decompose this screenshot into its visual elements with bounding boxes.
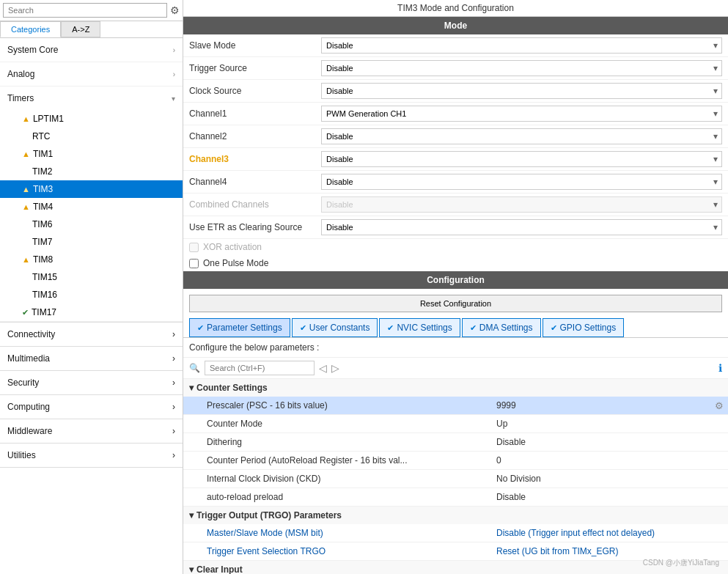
tab-parameter-settings[interactable]: ✔ Parameter Settings bbox=[189, 318, 290, 337]
param-row-prescaler[interactable]: Prescaler (PSC - 16 bits value) 9999 ⚙ bbox=[183, 397, 728, 415]
tab-nvic-settings[interactable]: ✔ NVIC Settings bbox=[379, 318, 460, 337]
info-icon[interactable]: ℹ bbox=[718, 362, 722, 374]
param-name-counter-period: Counter Period (AutoReload Register - 16… bbox=[183, 452, 490, 469]
tab-user-label: User Constants bbox=[309, 323, 370, 333]
use-etr-select-wrapper: Disable bbox=[321, 219, 722, 235]
group-counter-settings[interactable]: ▾ Counter Settings bbox=[183, 379, 728, 397]
sidebar-item-analog[interactable]: Analog › bbox=[0, 62, 183, 87]
slave-mode-label: Slave Mode bbox=[189, 40, 321, 51]
tab-categories[interactable]: Categories bbox=[0, 21, 61, 37]
param-name-clock-division: Internal Clock Division (CKD) bbox=[183, 470, 490, 487]
param-row-dithering[interactable]: Dithering Disable bbox=[183, 433, 728, 452]
combined-channels-select[interactable]: Disable bbox=[321, 196, 722, 213]
sidebar-item-connectivity[interactable]: Connectivity › bbox=[0, 322, 183, 347]
middleware-label: Middleware bbox=[7, 426, 52, 436]
timers-header[interactable]: Timers ▾ bbox=[0, 87, 183, 110]
collapse-icon-clear: ▾ bbox=[189, 564, 194, 574]
timer-item-tim17[interactable]: ✔ TIM17 bbox=[0, 303, 183, 321]
trigger-source-select-wrapper: Disable bbox=[321, 60, 722, 76]
search-input[interactable] bbox=[3, 3, 167, 18]
param-row-counter-period[interactable]: Counter Period (AutoReload Register - 16… bbox=[183, 452, 728, 470]
mode-row-slave: Slave Mode Disable bbox=[183, 34, 728, 57]
param-value-prescaler: 9999 bbox=[490, 397, 710, 414]
check-icon-gpio: ✔ bbox=[551, 323, 557, 333]
sidebar-item-middleware[interactable]: Middleware › bbox=[0, 419, 183, 444]
search-icon: 🔍 bbox=[189, 363, 200, 373]
clock-source-select[interactable]: Disable bbox=[321, 83, 722, 99]
main-content: TIM3 Mode and Configuration Mode Slave M… bbox=[183, 0, 728, 574]
sidebar-item-system-core[interactable]: System Core › bbox=[0, 38, 183, 62]
tab-gpio-settings[interactable]: ✔ GPIO Settings bbox=[543, 318, 625, 337]
channel3-select[interactable]: Disable bbox=[321, 151, 722, 167]
security-label: Security bbox=[7, 378, 39, 388]
warn-icon-tim3: ▲ bbox=[22, 185, 30, 194]
timer-item-rtc[interactable]: RTC bbox=[0, 128, 183, 145]
trigger-source-select[interactable]: Disable bbox=[321, 60, 722, 76]
analog-chevron: › bbox=[173, 70, 175, 78]
timer-item-tim8[interactable]: ▲ TIM8 bbox=[0, 251, 183, 268]
tab-dma-settings[interactable]: ✔ DMA Settings bbox=[462, 318, 541, 337]
sidebar-item-multimedia[interactable]: Multimedia › bbox=[0, 347, 183, 371]
param-row-autoreload[interactable]: auto-reload preload Disable bbox=[183, 488, 728, 507]
timer-item-tim4[interactable]: ▲ TIM4 bbox=[0, 198, 183, 216]
ok-icon-tim17: ✔ bbox=[22, 308, 29, 317]
timer-label-tim17: TIM17 bbox=[32, 307, 56, 317]
timer-label-tim8: TIM8 bbox=[33, 254, 53, 265]
param-search-input[interactable] bbox=[205, 361, 315, 375]
timer-item-tim2[interactable]: TIM2 bbox=[0, 163, 183, 180]
search-filter-row: 🔍 ◁ ▷ ℹ bbox=[183, 358, 728, 379]
check-icon-nvic: ✔ bbox=[387, 323, 394, 333]
xor-label: XOR activation bbox=[203, 242, 262, 252]
clock-source-label: Clock Source bbox=[189, 86, 321, 96]
use-etr-select[interactable]: Disable bbox=[321, 219, 722, 235]
tab-atoz[interactable]: A->Z bbox=[61, 21, 100, 37]
timer-item-tim7[interactable]: TIM7 bbox=[0, 233, 183, 251]
slave-mode-select[interactable]: Disable bbox=[321, 37, 722, 54]
param-row-counter-mode[interactable]: Counter Mode Up bbox=[183, 415, 728, 433]
filter-prev-button[interactable]: ◁ bbox=[319, 362, 327, 374]
param-value-clock-division: No Division bbox=[490, 470, 710, 487]
gear-button[interactable]: ⚙ bbox=[170, 4, 180, 16]
sidebar-item-utilities[interactable]: Utilities › bbox=[0, 444, 183, 468]
timer-item-tim3[interactable]: ▲ TIM3 bbox=[0, 180, 183, 198]
reset-config-button[interactable]: Reset Configuration bbox=[189, 295, 722, 312]
channel4-select[interactable]: Disable bbox=[321, 174, 722, 190]
xor-checkbox[interactable] bbox=[189, 243, 199, 252]
mode-row-combined: Combined Channels Disable bbox=[183, 194, 728, 216]
timer-item-lptim1[interactable]: ▲ LPTIM1 bbox=[0, 110, 183, 128]
channel3-select-wrapper: Disable bbox=[321, 151, 722, 167]
group-trgo[interactable]: ▾ Trigger Output (TRGO) Parameters bbox=[183, 507, 728, 524]
warn-icon-tim1: ▲ bbox=[22, 150, 30, 158]
param-name-counter-mode: Counter Mode bbox=[183, 415, 490, 433]
check-icon-param: ✔ bbox=[197, 323, 204, 333]
mode-row-clock: Clock Source Disable bbox=[183, 80, 728, 103]
system-core-label: System Core bbox=[7, 45, 58, 55]
param-name-dithering: Dithering bbox=[183, 433, 490, 451]
timer-item-tim15[interactable]: TIM15 bbox=[0, 268, 183, 286]
clock-source-select-wrapper: Disable bbox=[321, 83, 722, 99]
channel2-select[interactable]: Disable bbox=[321, 128, 722, 144]
filter-next-button[interactable]: ▷ bbox=[331, 362, 339, 374]
channel1-select[interactable]: PWM Generation CH1 bbox=[321, 106, 722, 122]
sidebar-item-computing[interactable]: Computing › bbox=[0, 395, 183, 419]
param-row-clock-division[interactable]: Internal Clock Division (CKD) No Divisio… bbox=[183, 470, 728, 488]
group-clear-label: Clear Input bbox=[196, 564, 243, 574]
one-pulse-checkbox[interactable] bbox=[189, 259, 199, 268]
check-icon-dma: ✔ bbox=[470, 323, 477, 333]
gear-icon-prescaler[interactable]: ⚙ bbox=[710, 400, 728, 411]
channel1-select-wrapper: PWM Generation CH1 bbox=[321, 106, 722, 122]
param-name-trgo: Trigger Event Selection TRGO bbox=[183, 542, 490, 560]
tab-row: Categories A->Z bbox=[0, 21, 183, 38]
page-title: TIM3 Mode and Configuration bbox=[397, 3, 514, 13]
use-etr-label: Use ETR as Clearing Source bbox=[189, 222, 321, 232]
param-name-prescaler: Prescaler (PSC - 16 bits value) bbox=[183, 397, 490, 414]
tab-user-constants[interactable]: ✔ User Constants bbox=[292, 318, 378, 337]
timer-label-lptim1: LPTIM1 bbox=[33, 114, 64, 124]
sidebar-item-security[interactable]: Security › bbox=[0, 371, 183, 395]
param-row-msm[interactable]: Master/Slave Mode (MSM bit) Disable (Tri… bbox=[183, 524, 728, 542]
channel4-select-wrapper: Disable bbox=[321, 174, 722, 190]
timer-item-tim1[interactable]: ▲ TIM1 bbox=[0, 145, 183, 163]
timer-item-tim16[interactable]: TIM16 bbox=[0, 286, 183, 303]
computing-chevron: › bbox=[172, 402, 175, 412]
timer-item-tim6[interactable]: TIM6 bbox=[0, 216, 183, 233]
